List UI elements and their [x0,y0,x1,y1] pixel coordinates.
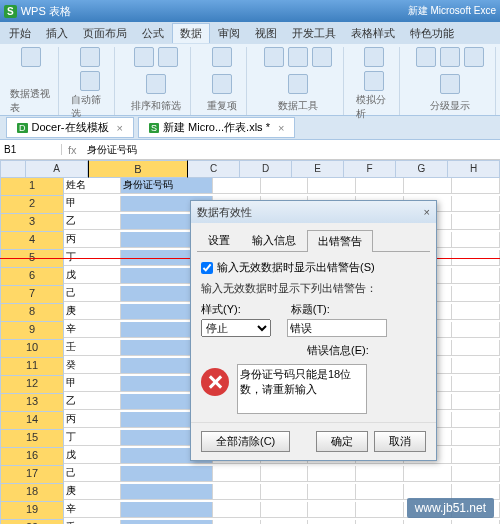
cell[interactable] [121,484,213,500]
cell[interactable] [121,502,213,518]
ribbon-icon[interactable] [146,74,166,94]
cell[interactable]: 戊 [64,268,121,284]
ribbon-icon[interactable] [416,47,436,67]
ribbon-icon[interactable] [364,47,384,67]
row-header[interactable]: 4 [0,232,64,250]
cell[interactable] [356,484,404,500]
dialog-tab-1[interactable]: 输入信息 [241,229,307,251]
doc-tab[interactable]: S新建 Micro...作表.xls *× [138,117,295,138]
ribbon-icon[interactable] [212,47,232,67]
ribbon-icon[interactable] [312,47,332,67]
dialog-title-bar[interactable]: 数据有效性 × [191,201,436,223]
row-header[interactable]: 18 [0,484,64,502]
style-select[interactable]: 停止 [201,319,271,337]
menu-数据[interactable]: 数据 [172,23,210,43]
row-header[interactable]: 10 [0,340,64,358]
row-header[interactable]: 13 [0,394,64,412]
ribbon-icon[interactable] [212,74,232,94]
cell[interactable] [452,304,500,320]
row-header[interactable]: 19 [0,502,64,520]
cell[interactable] [308,520,356,524]
cell[interactable] [356,520,404,524]
ribbon-icon[interactable] [80,47,100,67]
row-header[interactable]: 15 [0,430,64,448]
cell[interactable] [452,448,500,464]
col-header[interactable]: B [88,160,188,178]
cell[interactable] [452,268,500,284]
tab-close-icon[interactable]: × [278,122,284,134]
cell[interactable] [261,178,309,194]
cell[interactable] [452,340,500,356]
cell[interactable] [213,484,261,500]
col-header[interactable]: F [344,160,396,178]
row-header[interactable]: 16 [0,448,64,466]
col-header[interactable]: H [448,160,500,178]
cell[interactable] [213,502,261,518]
row-header[interactable]: 7 [0,286,64,304]
cell[interactable] [261,520,309,524]
cell[interactable] [452,232,500,248]
cell[interactable] [452,358,500,374]
ribbon-icon[interactable] [264,47,284,67]
ribbon-icon[interactable] [288,74,308,94]
menu-插入[interactable]: 插入 [39,24,75,43]
cell[interactable] [213,520,261,524]
select-all-corner[interactable] [0,160,26,178]
doc-tab[interactable]: DDocer-在线模板× [6,117,134,138]
cell[interactable] [404,466,452,482]
cell[interactable] [452,196,500,212]
cell[interactable]: 庚 [64,304,121,320]
row-header[interactable]: 2 [0,196,64,214]
ribbon-icon[interactable] [440,47,460,67]
cell[interactable]: 辛 [64,502,121,518]
cell[interactable] [452,466,500,482]
ribbon-icon[interactable] [464,47,484,67]
cell[interactable]: 身份证号码 [121,178,213,194]
cell[interactable] [356,466,404,482]
cell[interactable]: 庚 [64,484,121,500]
cell[interactable] [121,466,213,482]
cell[interactable]: 丁 [64,430,121,446]
dialog-tab-2[interactable]: 出错警告 [307,230,373,252]
show-error-checkbox[interactable] [201,262,213,274]
cell[interactable]: 乙 [64,214,121,230]
cell[interactable] [308,466,356,482]
cell[interactable] [404,520,452,524]
row-header[interactable]: 8 [0,304,64,322]
cell[interactable]: 己 [64,286,121,302]
row-header[interactable]: 12 [0,376,64,394]
cell[interactable] [452,178,500,194]
row-header[interactable]: 5 [0,250,64,268]
cell[interactable] [404,178,452,194]
menu-公式[interactable]: 公式 [135,24,171,43]
cell[interactable] [452,286,500,302]
menu-特色功能[interactable]: 特色功能 [403,24,461,43]
col-header[interactable]: D [240,160,292,178]
col-header[interactable]: A [26,160,88,178]
cell[interactable] [261,484,309,500]
cell[interactable]: 丙 [64,412,121,428]
ribbon-icon[interactable] [440,74,460,94]
cell[interactable] [213,466,261,482]
menu-表格样式[interactable]: 表格样式 [344,24,402,43]
message-textarea[interactable] [237,364,367,414]
col-header[interactable]: E [292,160,344,178]
ribbon-icon[interactable] [80,71,100,91]
ribbon-icon[interactable] [158,47,178,67]
cell[interactable] [121,520,213,524]
col-header[interactable]: G [396,160,448,178]
cell[interactable]: 甲 [64,376,121,392]
cell[interactable] [308,484,356,500]
cell[interactable] [452,376,500,392]
fx-icon[interactable]: fx [62,144,83,156]
menu-视图[interactable]: 视图 [248,24,284,43]
name-box[interactable]: B1 [0,144,62,155]
cell[interactable]: 戊 [64,448,121,464]
formula-value[interactable]: 身份证号码 [83,143,141,157]
cell[interactable] [452,394,500,410]
ribbon-icon[interactable] [21,47,41,67]
cell[interactable]: 乙 [64,394,121,410]
ribbon-icon[interactable] [288,47,308,67]
dialog-tab-0[interactable]: 设置 [197,229,241,251]
cell[interactable] [452,412,500,428]
